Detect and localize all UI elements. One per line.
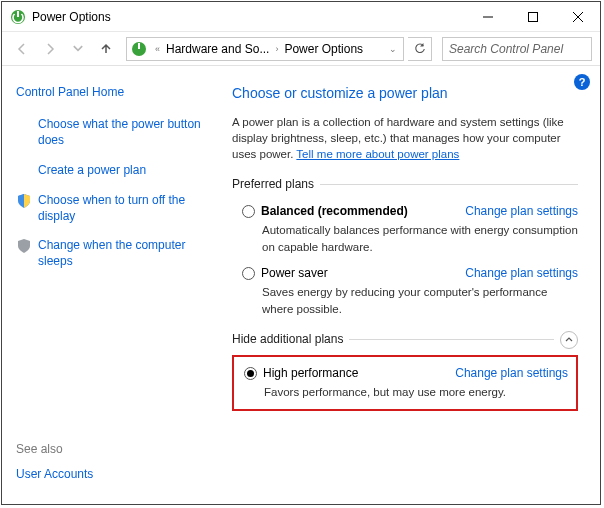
search-input[interactable] (442, 37, 592, 61)
sidebar-link-power-button[interactable]: Choose what the power button does (38, 116, 216, 148)
radio-balanced[interactable] (242, 205, 255, 218)
change-plan-settings-link[interactable]: Change plan settings (455, 365, 568, 382)
svg-rect-3 (528, 12, 537, 21)
power-options-icon (131, 41, 147, 57)
radio-high-performance[interactable] (244, 367, 257, 380)
power-options-window: Power Options « Hardware and So... › Pow… (1, 1, 601, 505)
power-options-icon (10, 9, 26, 25)
shield-icon (16, 193, 32, 209)
sidebar: Control Panel Home Choose what the power… (2, 66, 226, 504)
see-also-label: See also (16, 442, 216, 456)
plan-balanced: Balanced (recommended) Change plan setti… (242, 203, 578, 255)
main-panel: Choose or customize a power plan A power… (226, 66, 600, 504)
hide-additional-plans-header[interactable]: Hide additional plans (232, 331, 578, 349)
titlebar: Power Options (2, 2, 600, 32)
sidebar-link-turn-off-display[interactable]: Choose when to turn off the display (38, 192, 216, 224)
plan-description: Saves energy by reducing your computer's… (262, 284, 578, 316)
recent-dropdown-icon[interactable] (66, 37, 90, 61)
change-plan-settings-link[interactable]: Change plan settings (465, 203, 578, 220)
plan-description: Favors performance, but may use more ene… (264, 384, 568, 400)
navbar: « Hardware and So... › Power Options ⌄ (2, 32, 600, 66)
page-description: A power plan is a collection of hardware… (232, 114, 578, 162)
breadcrumb[interactable]: « Hardware and So... › Power Options ⌄ (126, 37, 404, 61)
plan-high-performance: High performance Change plan settings Fa… (244, 365, 568, 401)
help-icon[interactable]: ? (574, 74, 590, 90)
radio-power-saver[interactable] (242, 267, 255, 280)
breadcrumb-segment[interactable]: Power Options (282, 42, 365, 56)
plan-name[interactable]: High performance (263, 365, 358, 382)
control-panel-home-link[interactable]: Control Panel Home (16, 84, 216, 100)
preferred-plans-header: Preferred plans (232, 176, 578, 193)
chevron-right-icon[interactable]: › (271, 44, 282, 54)
breadcrumb-segment[interactable]: Hardware and So... (164, 42, 271, 56)
close-button[interactable] (555, 2, 600, 31)
refresh-button[interactable] (408, 37, 432, 61)
tell-me-more-link[interactable]: Tell me more about power plans (296, 148, 459, 160)
plan-name[interactable]: Power saver (261, 265, 328, 282)
minimize-button[interactable] (465, 2, 510, 31)
svg-rect-7 (138, 43, 140, 49)
sidebar-link-create-plan[interactable]: Create a power plan (38, 162, 146, 178)
user-accounts-link[interactable]: User Accounts (16, 466, 216, 482)
sidebar-link-sleep[interactable]: Change when the computer sleeps (38, 237, 216, 269)
high-performance-highlight: High performance Change plan settings Fa… (232, 355, 578, 411)
plan-power-saver: Power saver Change plan settings Saves e… (242, 265, 578, 317)
chevron-right-icon[interactable]: « (151, 44, 164, 54)
plan-name[interactable]: Balanced (recommended) (261, 203, 408, 220)
back-button[interactable] (10, 37, 34, 61)
page-heading: Choose or customize a power plan (232, 84, 578, 104)
plan-description: Automatically balances performance with … (262, 222, 578, 254)
up-button[interactable] (94, 37, 118, 61)
chevron-down-icon[interactable]: ⌄ (385, 44, 403, 54)
change-plan-settings-link[interactable]: Change plan settings (465, 265, 578, 282)
svg-rect-1 (17, 11, 19, 17)
window-title: Power Options (32, 10, 465, 24)
maximize-button[interactable] (510, 2, 555, 31)
content-area: ? Control Panel Home Choose what the pow… (2, 66, 600, 504)
collapse-up-icon[interactable] (560, 331, 578, 349)
forward-button[interactable] (38, 37, 62, 61)
shield-icon (16, 238, 32, 254)
